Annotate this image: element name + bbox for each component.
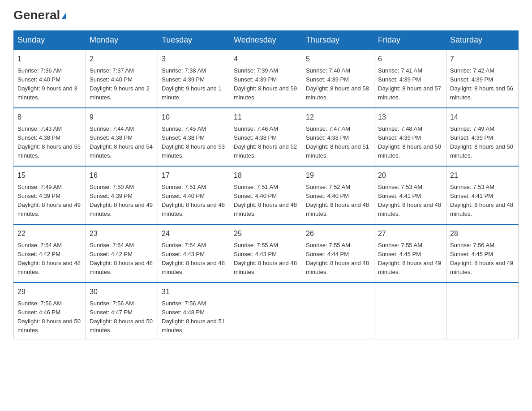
calendar-cell: 17Sunrise: 7:51 AMSunset: 4:40 PMDayligh… [158,166,230,224]
calendar-cell: 6Sunrise: 7:41 AMSunset: 4:39 PMDaylight… [374,50,446,108]
day-info: Sunrise: 7:55 AMSunset: 4:44 PMDaylight:… [306,241,370,277]
day-info: Sunrise: 7:51 AMSunset: 4:40 PMDaylight:… [162,183,226,219]
calendar-cell: 23Sunrise: 7:54 AMSunset: 4:42 PMDayligh… [86,224,158,283]
calendar-cell: 5Sunrise: 7:40 AMSunset: 4:39 PMDaylight… [302,50,374,108]
day-number: 1 [17,54,82,64]
col-header-thursday: Thursday [302,31,374,50]
calendar-cell: 15Sunrise: 7:49 AMSunset: 4:39 PMDayligh… [14,166,86,224]
calendar-cell: 25Sunrise: 7:55 AMSunset: 4:43 PMDayligh… [230,224,302,283]
calendar-cell: 16Sunrise: 7:50 AMSunset: 4:39 PMDayligh… [86,166,158,224]
day-info: Sunrise: 7:39 AMSunset: 4:39 PMDaylight:… [234,66,298,103]
calendar-cell: 7Sunrise: 7:42 AMSunset: 4:39 PMDaylight… [446,50,519,108]
calendar-cell: 4Sunrise: 7:39 AMSunset: 4:39 PMDaylight… [230,50,302,108]
day-info: Sunrise: 7:48 AMSunset: 4:39 PMDaylight:… [378,124,442,161]
day-info: Sunrise: 7:54 AMSunset: 4:42 PMDaylight:… [17,241,82,277]
calendar-cell: 13Sunrise: 7:48 AMSunset: 4:39 PMDayligh… [374,108,446,166]
day-info: Sunrise: 7:55 AMSunset: 4:43 PMDaylight:… [234,241,298,277]
day-number: 8 [17,112,82,123]
day-info: Sunrise: 7:37 AMSunset: 4:40 PMDaylight:… [90,66,154,103]
calendar-cell: 11Sunrise: 7:46 AMSunset: 4:38 PMDayligh… [230,108,302,166]
day-info: Sunrise: 7:43 AMSunset: 4:38 PMDaylight:… [17,124,82,161]
day-info: Sunrise: 7:40 AMSunset: 4:39 PMDaylight:… [306,66,370,103]
day-info: Sunrise: 7:42 AMSunset: 4:39 PMDaylight:… [450,66,515,103]
calendar-cell: 3Sunrise: 7:38 AMSunset: 4:39 PMDaylight… [158,50,230,108]
day-number: 9 [90,112,154,123]
day-number: 13 [378,112,442,123]
calendar-cell: 9Sunrise: 7:44 AMSunset: 4:38 PMDaylight… [86,108,158,166]
day-info: Sunrise: 7:56 AMSunset: 4:47 PMDaylight:… [90,299,154,335]
day-info: Sunrise: 7:53 AMSunset: 4:41 PMDaylight:… [450,183,515,219]
day-info: Sunrise: 7:56 AMSunset: 4:46 PMDaylight:… [17,299,82,335]
day-number: 16 [90,170,154,181]
day-number: 10 [162,112,226,123]
day-number: 27 [378,228,442,239]
calendar-cell [302,283,374,339]
col-header-wednesday: Wednesday [230,31,302,50]
calendar-cell: 21Sunrise: 7:53 AMSunset: 4:41 PMDayligh… [446,166,519,224]
col-header-tuesday: Tuesday [158,31,230,50]
col-header-monday: Monday [86,31,158,50]
day-info: Sunrise: 7:36 AMSunset: 4:40 PMDaylight:… [17,66,82,103]
calendar-cell: 1Sunrise: 7:36 AMSunset: 4:40 PMDaylight… [14,50,86,108]
day-info: Sunrise: 7:45 AMSunset: 4:38 PMDaylight:… [162,124,226,161]
day-number: 12 [306,112,370,123]
day-number: 31 [162,287,226,297]
calendar-week-row: 15Sunrise: 7:49 AMSunset: 4:39 PMDayligh… [14,166,519,224]
calendar-week-row: 1Sunrise: 7:36 AMSunset: 4:40 PMDaylight… [14,50,519,108]
day-info: Sunrise: 7:51 AMSunset: 4:40 PMDaylight:… [234,183,298,219]
day-info: Sunrise: 7:38 AMSunset: 4:39 PMDaylight:… [162,66,226,103]
day-number: 20 [378,170,442,181]
day-number: 5 [306,54,370,64]
day-info: Sunrise: 7:54 AMSunset: 4:42 PMDaylight:… [90,241,154,277]
calendar-week-row: 8Sunrise: 7:43 AMSunset: 4:38 PMDaylight… [14,108,519,166]
day-info: Sunrise: 7:49 AMSunset: 4:39 PMDaylight:… [450,124,515,161]
day-number: 23 [90,228,154,239]
day-info: Sunrise: 7:49 AMSunset: 4:39 PMDaylight:… [17,183,82,219]
day-number: 29 [17,287,82,297]
day-number: 26 [306,228,370,239]
day-info: Sunrise: 7:47 AMSunset: 4:38 PMDaylight:… [306,124,370,161]
calendar-cell: 31Sunrise: 7:56 AMSunset: 4:48 PMDayligh… [158,283,230,339]
day-number: 25 [234,228,298,239]
logo-line1: General [13,9,66,21]
calendar-header-row: SundayMondayTuesdayWednesdayThursdayFrid… [14,31,519,50]
calendar-cell: 30Sunrise: 7:56 AMSunset: 4:47 PMDayligh… [86,283,158,339]
day-info: Sunrise: 7:55 AMSunset: 4:45 PMDaylight:… [378,241,442,277]
calendar-cell [446,283,519,339]
day-info: Sunrise: 7:46 AMSunset: 4:38 PMDaylight:… [234,124,298,161]
calendar-cell: 8Sunrise: 7:43 AMSunset: 4:38 PMDaylight… [14,108,86,166]
calendar-cell: 12Sunrise: 7:47 AMSunset: 4:38 PMDayligh… [302,108,374,166]
day-info: Sunrise: 7:41 AMSunset: 4:39 PMDaylight:… [378,66,442,103]
day-number: 30 [90,287,154,297]
col-header-saturday: Saturday [446,31,519,50]
day-number: 11 [234,112,298,123]
calendar-cell: 14Sunrise: 7:49 AMSunset: 4:39 PMDayligh… [446,108,519,166]
col-header-sunday: Sunday [14,31,86,50]
logo: General [13,9,66,21]
day-number: 3 [162,54,226,64]
day-info: Sunrise: 7:50 AMSunset: 4:39 PMDaylight:… [90,183,154,219]
calendar-cell: 2Sunrise: 7:37 AMSunset: 4:40 PMDaylight… [86,50,158,108]
day-info: Sunrise: 7:56 AMSunset: 4:45 PMDaylight:… [450,241,515,277]
calendar-cell: 19Sunrise: 7:52 AMSunset: 4:40 PMDayligh… [302,166,374,224]
day-number: 19 [306,170,370,181]
day-number: 17 [162,170,226,181]
day-number: 28 [450,228,515,239]
calendar-cell: 18Sunrise: 7:51 AMSunset: 4:40 PMDayligh… [230,166,302,224]
calendar-cell [230,283,302,339]
calendar-cell: 22Sunrise: 7:54 AMSunset: 4:42 PMDayligh… [14,224,86,283]
day-number: 15 [17,170,82,181]
calendar-week-row: 29Sunrise: 7:56 AMSunset: 4:46 PMDayligh… [14,283,519,339]
page-header: General [13,9,519,21]
day-number: 4 [234,54,298,64]
day-info: Sunrise: 7:53 AMSunset: 4:41 PMDaylight:… [378,183,442,219]
col-header-friday: Friday [374,31,446,50]
calendar-cell: 29Sunrise: 7:56 AMSunset: 4:46 PMDayligh… [14,283,86,339]
day-number: 22 [17,228,82,239]
day-info: Sunrise: 7:52 AMSunset: 4:40 PMDaylight:… [306,183,370,219]
calendar-cell: 10Sunrise: 7:45 AMSunset: 4:38 PMDayligh… [158,108,230,166]
calendar-cell: 24Sunrise: 7:54 AMSunset: 4:43 PMDayligh… [158,224,230,283]
day-number: 6 [378,54,442,64]
calendar-table: SundayMondayTuesdayWednesdayThursdayFrid… [13,30,519,339]
calendar-cell: 26Sunrise: 7:55 AMSunset: 4:44 PMDayligh… [302,224,374,283]
